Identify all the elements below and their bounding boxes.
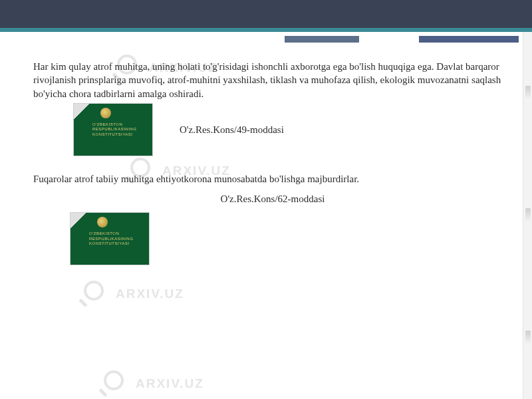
magnifier-icon	[80, 279, 109, 309]
book-emblem-icon	[97, 217, 108, 227]
constitution-book-image: O'ZBEKISTON RESPUBLIKASINING KONSTITUTSI…	[73, 103, 153, 156]
book-line3: KONSTITUTSIYASI	[92, 132, 132, 136]
book-cover-text: O'ZBEKISTON RESPUBLIKASINING KONSTITUTSI…	[89, 231, 133, 247]
book-line1: O'ZBEKISTON	[89, 231, 119, 235]
citation-1: O'z.Res.Kons/49-moddasi	[180, 123, 284, 136]
book-line2: RESPUBLIKASINING	[89, 237, 133, 241]
citation-2: O'z.Res.Kons/62-moddasi	[221, 194, 325, 204]
book-line2: RESPUBLIKASINING	[92, 127, 136, 131]
book-emblem-icon	[100, 108, 111, 118]
slide-header	[0, 0, 532, 32]
book-line1: O'ZBEKISTON	[92, 122, 122, 126]
book-cover-text: O'ZBEKISTON RESPUBLIKASINING KONSTITUTSI…	[92, 122, 136, 138]
side-decor	[523, 32, 532, 399]
constitution-book-image: O'ZBEKISTON RESPUBLIKASINING KONSTITUTSI…	[70, 212, 150, 265]
side-tick	[525, 86, 531, 100]
side-tick	[525, 208, 531, 223]
accent-bar-center	[173, 36, 359, 43]
book-and-cite-row: O'ZBEKISTON RESPUBLIKASINING KONSTITUTSI…	[73, 103, 512, 156]
citation-2-wrap: O'z.Res.Kons/62-moddasi	[33, 192, 512, 205]
book-row-2: O'ZBEKISTON RESPUBLIKASINING KONSTITUTSI…	[70, 212, 512, 265]
paragraph-2: Fuqarolar atrof tabiiy muhitga ehtiyotko…	[33, 172, 512, 186]
slide-content: Har kim qulay atrof muhitga, uning holat…	[33, 60, 512, 265]
watermark-text: ARXIV.UZ	[116, 287, 184, 301]
book-line3: KONSTITUTSIYASI	[89, 241, 129, 245]
paragraph-1: Har kim qulay atrof muhitga, uning holat…	[33, 60, 512, 100]
watermark: ARXIV.UZ	[80, 279, 219, 309]
side-tick	[525, 331, 531, 345]
watermark-text: ARXIV.UZ	[136, 376, 204, 391]
header-underline	[0, 28, 532, 32]
magnifier-icon	[100, 369, 129, 398]
accent-bar-right	[419, 36, 519, 43]
watermark: ARXIV.UZ	[100, 369, 239, 398]
